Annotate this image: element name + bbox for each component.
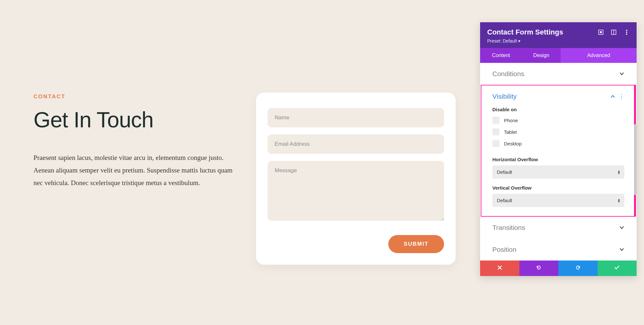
close-button[interactable] [480, 261, 519, 276]
tab-content[interactable]: Content [480, 48, 522, 63]
email-input[interactable] [268, 134, 444, 154]
close-icon [497, 265, 502, 272]
section-transitions-label: Transitions [492, 224, 525, 231]
redo-icon [575, 265, 581, 272]
chevron-up-icon [610, 94, 615, 99]
checkbox-phone[interactable] [492, 117, 499, 124]
svg-point-4 [626, 30, 627, 31]
disable-on-label: Disable on [481, 105, 635, 115]
undo-button[interactable] [519, 261, 559, 276]
split-view-icon[interactable] [611, 29, 617, 35]
preset-dropdown[interactable]: Preset: Default ▾ [487, 38, 630, 44]
section-transitions[interactable]: Transitions [480, 217, 637, 239]
horizontal-overflow-label: Horizontal Overflow [481, 150, 635, 165]
submit-button[interactable]: SUBMIT [388, 235, 444, 253]
checkbox-desktop-label: Desktop [504, 141, 522, 146]
section-conditions[interactable]: Conditions [480, 63, 637, 85]
vertical-overflow-select[interactable]: Default [492, 194, 624, 207]
check-icon [614, 265, 620, 272]
panel-header: Contact Form Settings Preset: Default ▾ [480, 22, 637, 48]
section-position[interactable]: Position [480, 239, 637, 261]
svg-point-5 [626, 32, 627, 33]
confirm-button[interactable] [598, 261, 637, 276]
section-visibility[interactable]: Visibility ⋮ [481, 85, 635, 105]
undo-icon [536, 265, 542, 272]
name-input[interactable] [268, 108, 444, 127]
horizontal-overflow-select[interactable]: Default [492, 165, 624, 179]
visibility-kebab-icon[interactable]: ⋮ [619, 93, 624, 100]
tab-advanced[interactable]: Advanced [561, 48, 637, 63]
section-visibility-highlight: Visibility ⋮ Disable on Phone Tablet [481, 85, 636, 217]
section-position-label: Position [492, 246, 516, 253]
section-conditions-label: Conditions [492, 70, 524, 78]
svg-point-6 [626, 34, 627, 35]
page-headline: Get In Touch [33, 107, 240, 132]
vertical-overflow-label: Vertical Overflow [481, 179, 635, 194]
tab-design[interactable]: Design [522, 48, 561, 63]
chevron-down-icon [619, 247, 624, 252]
chevron-down-icon [619, 225, 624, 230]
contact-eyebrow: CONTACT [33, 94, 240, 100]
panel-title: Contact Form Settings [487, 28, 563, 36]
checkbox-tablet[interactable] [492, 128, 499, 135]
kebab-menu-icon[interactable] [624, 29, 630, 35]
svg-rect-1 [600, 31, 602, 33]
scrollbar-thumb[interactable] [634, 124, 637, 195]
checkbox-phone-label: Phone [504, 118, 518, 123]
checkbox-tablet-label: Tablet [504, 129, 517, 135]
page-body-text: Praesent sapien lacus, molestie vitae ar… [33, 152, 233, 189]
checkbox-desktop[interactable] [492, 140, 499, 147]
redo-button[interactable] [558, 261, 598, 276]
message-textarea[interactable] [268, 161, 444, 221]
panel-body: Conditions Visibility ⋮ Disable on Phone [480, 63, 637, 261]
panel-tabs: Content Design Advanced [480, 48, 637, 63]
chevron-down-icon [619, 71, 624, 76]
expand-icon[interactable] [598, 29, 604, 35]
section-visibility-label: Visibility [492, 93, 516, 100]
settings-panel: Contact Form Settings Preset: Default ▾ … [480, 22, 637, 276]
contact-form-card: SUBMIT [256, 93, 456, 265]
panel-footer [480, 261, 637, 276]
